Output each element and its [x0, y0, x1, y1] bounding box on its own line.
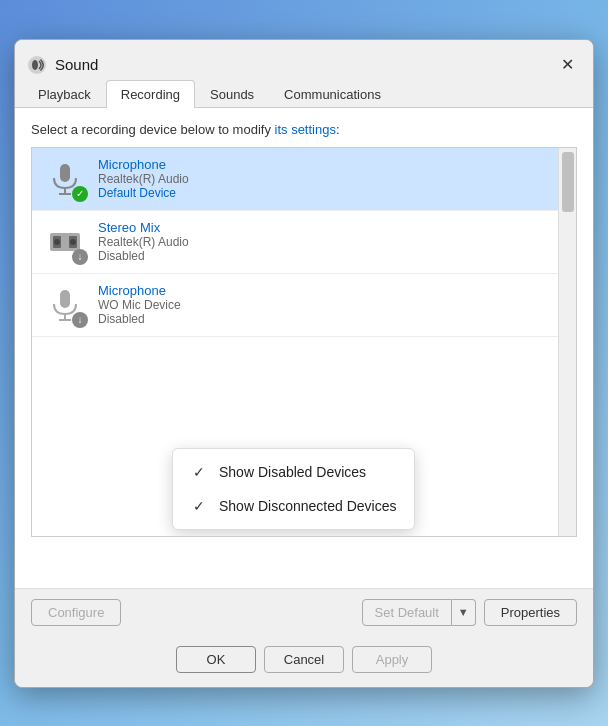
device-list: ✓ Microphone Realtek(R) Audio Default De…: [31, 147, 577, 537]
set-default-dropdown[interactable]: ▼: [452, 599, 476, 626]
context-menu-item-show-disconnected[interactable]: ✓ Show Disconnected Devices: [173, 489, 414, 523]
device-info: Microphone Realtek(R) Audio Default Devi…: [98, 157, 566, 200]
sound-icon: [27, 55, 47, 75]
dialog-title: Sound: [55, 56, 98, 73]
device-driver: Realtek(R) Audio: [98, 235, 566, 249]
scroll-thumb: [562, 152, 574, 212]
device-icon-wrap: ↓: [42, 282, 88, 328]
checkmark-show-disconnected: ✓: [191, 498, 207, 514]
status-badge-default: ✓: [72, 186, 88, 202]
set-default-group: Set Default ▼: [362, 599, 476, 626]
device-info: Microphone WO Mic Device Disabled: [98, 283, 566, 326]
device-name: Microphone: [98, 283, 566, 298]
properties-button[interactable]: Properties: [484, 599, 577, 626]
tab-recording[interactable]: Recording: [106, 80, 195, 108]
svg-point-1: [32, 60, 38, 70]
tab-communications[interactable]: Communications: [269, 80, 396, 108]
context-menu: ✓ Show Disabled Devices ✓ Show Disconnec…: [172, 448, 415, 530]
description: Select a recording device below to modif…: [31, 122, 577, 137]
close-button[interactable]: ✕: [553, 51, 581, 79]
tab-sounds[interactable]: Sounds: [195, 80, 269, 108]
set-default-button[interactable]: Set Default: [362, 599, 452, 626]
device-info: Stereo Mix Realtek(R) Audio Disabled: [98, 220, 566, 263]
svg-point-9: [70, 239, 76, 245]
context-menu-item-show-disabled[interactable]: ✓ Show Disabled Devices: [173, 455, 414, 489]
device-item[interactable]: ↓ Stereo Mix Realtek(R) Audio Disabled: [32, 211, 576, 274]
device-action-bar: Configure Set Default ▼ Properties: [15, 588, 593, 636]
status-badge-disabled2: ↓: [72, 312, 88, 328]
device-item[interactable]: ✓ Microphone Realtek(R) Audio Default De…: [32, 148, 576, 211]
device-driver: WO Mic Device: [98, 298, 566, 312]
device-driver: Realtek(R) Audio: [98, 172, 566, 186]
status-badge-disabled: ↓: [72, 249, 88, 265]
device-name: Microphone: [98, 157, 566, 172]
cancel-button[interactable]: Cancel: [264, 646, 344, 673]
svg-point-8: [54, 239, 60, 245]
sound-dialog: Sound ✕ Playback Recording Sounds Commun…: [14, 39, 594, 688]
device-icon-wrap: ✓: [42, 156, 88, 202]
ok-button[interactable]: OK: [176, 646, 256, 673]
context-item-label: Show Disconnected Devices: [219, 498, 396, 514]
title-bar: Sound ✕: [15, 40, 593, 80]
context-item-label: Show Disabled Devices: [219, 464, 366, 480]
checkmark-show-disabled: ✓: [191, 464, 207, 480]
tab-playback[interactable]: Playback: [23, 80, 106, 108]
dialog-action-bar: OK Cancel Apply: [15, 636, 593, 687]
svg-rect-2: [60, 164, 70, 182]
tab-bar: Playback Recording Sounds Communications: [15, 80, 593, 108]
device-name: Stereo Mix: [98, 220, 566, 235]
device-item[interactable]: ↓ Microphone WO Mic Device Disabled: [32, 274, 576, 337]
device-status: Disabled: [98, 312, 566, 326]
configure-button[interactable]: Configure: [31, 599, 121, 626]
device-status: Disabled: [98, 249, 566, 263]
apply-button[interactable]: Apply: [352, 646, 432, 673]
title-left: Sound: [27, 55, 98, 75]
scrollbar[interactable]: [558, 148, 576, 536]
device-status: Default Device: [98, 186, 566, 200]
svg-rect-10: [60, 290, 70, 308]
device-icon-wrap: ↓: [42, 219, 88, 265]
tab-content: Select a recording device below to modif…: [15, 108, 593, 588]
